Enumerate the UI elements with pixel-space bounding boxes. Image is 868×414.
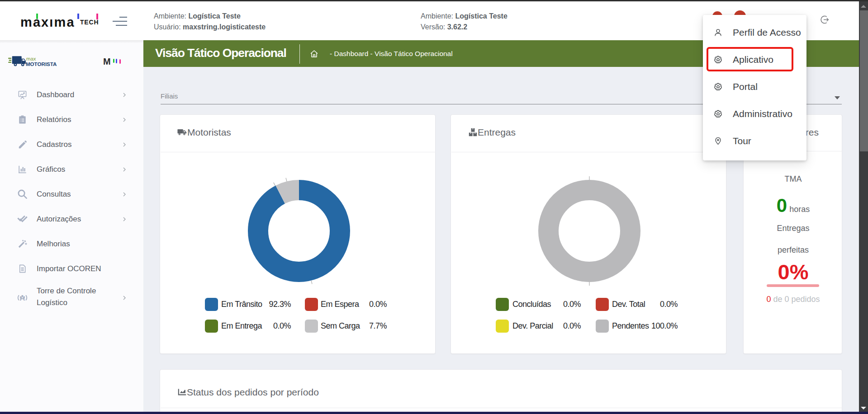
svg-text:max: max — [26, 56, 36, 61]
svg-text:MOTORISTA: MOTORISTA — [26, 61, 57, 67]
